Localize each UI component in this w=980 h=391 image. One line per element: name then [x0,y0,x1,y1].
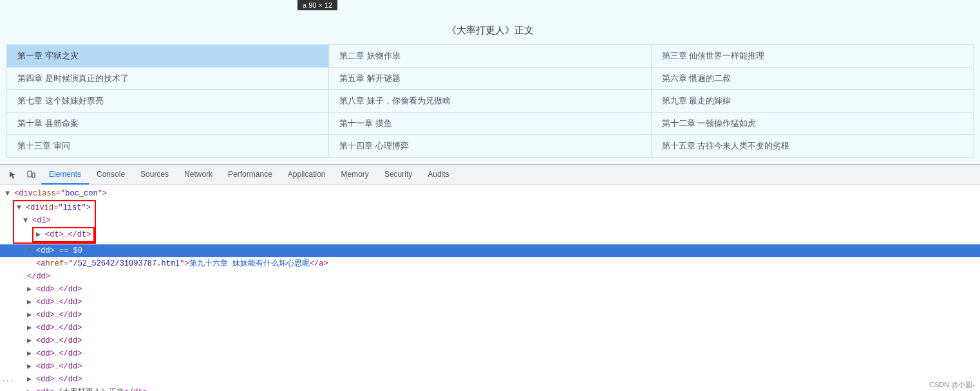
chapter-cell-14[interactable]: 第十四章 心理博弈 [329,135,651,158]
dom-line-div-list[interactable]: ▼ <div id="list"> [14,201,95,214]
tab-security[interactable]: Security [377,165,420,185]
triangle-icon[interactable]: ▼ [27,245,36,257]
dom-line[interactable]: ▼ <div class="boc_con"> [0,187,980,200]
chapter-cell-4[interactable]: 第四章 是时候演真正的技术了 [7,68,329,90]
triangle-icon[interactable]: ▶ [36,229,45,241]
dom-line-dd-c4[interactable]: ▶ <dd>…</dd> [0,322,980,334]
tooltip-text: a 90 × 12 [303,1,332,9]
devtools-tabs-bar: Elements Console Sources Network Perform… [0,165,980,185]
tab-memory[interactable]: Memory [334,165,377,185]
chapter-cell-10[interactable]: 第十章 县箭命案 [7,113,329,135]
devtools-panel: Elements Console Sources Network Perform… [0,164,980,391]
triangle-icon[interactable]: ▼ [17,202,26,214]
triangle-icon[interactable]: ▶ [27,322,36,334]
dom-panel[interactable]: ▼ <div class="boc_con"> ▼ <div id="list"… [0,185,980,391]
cursor-icon[interactable] [5,167,21,183]
chapter-cell-7[interactable]: 第七章 这个妹妹好票亮 [7,90,329,113]
highlight-box-list: ▼ <div id="list"> ▼ <dl> ▶ <dt>…</dt> [13,200,96,244]
dom-line-dd-c8[interactable]: ▶ <dd>…</dd> [0,373,980,386]
triangle-icon[interactable]: ▶ [27,296,36,308]
chapter-cell-15[interactable]: 第十五章 古往今来人类不变的劣根 [652,135,974,158]
dom-line-dd-c2[interactable]: ▶ <dd>…</dd> [0,296,980,309]
chapter-cell-13[interactable]: 第十三章 审问 [7,135,329,158]
dom-line-dd-c5[interactable]: ▶ <dd>…</dd> [0,334,980,347]
tab-elements[interactable]: Elements [41,165,89,185]
dom-line-dt-title[interactable]: ▶ <dt>《大率打更人》正文</dt> [0,386,980,391]
tab-sources[interactable]: Sources [133,165,176,185]
dom-line-a-96[interactable]: <a href="/52_52642/31093787.html">第九十六章 … [0,257,980,270]
tab-application[interactable]: Application [280,165,334,185]
highlight-box-dt: ▶ <dt>…</dt> [32,227,95,242]
chapter-cell-8[interactable]: 第八章 妹子，你偷看为兄做啥 [329,90,651,113]
triangle-icon[interactable]: ▶ [27,374,36,385]
chapter-cell-3[interactable]: 第三章 仙侠世界一样能推理 [652,45,974,68]
svg-rect-0 [28,171,32,177]
triangle-icon[interactable]: ▶ [27,309,36,321]
side-ellipsis: ... [1,375,14,383]
tab-console[interactable]: Console [89,165,133,185]
dom-line-dd-c7[interactable]: ▶ <dd>…</dd> [0,360,980,373]
svg-rect-1 [32,173,35,177]
triangle-icon[interactable]: ▼ [23,215,32,226]
dom-line-dd-close-1[interactable]: </dd> [0,270,980,283]
device-icon[interactable] [23,167,39,183]
element-tooltip: a 90 × 12 [297,0,337,10]
footer-label: CSDN @小圆- [929,380,975,390]
triangle-icon[interactable]: ▶ [27,335,36,347]
tab-audits[interactable]: Audits [420,165,457,185]
triangle-icon[interactable]: ▶ [27,386,36,391]
chapter-grid: 第一章 牢狱之灾 第二章 妖物作祟 第三章 仙侠世界一样能推理 第四章 是时候演… [6,44,974,158]
triangle-icon[interactable]: ▶ [27,284,36,295]
triangle-icon[interactable]: ▼ [5,188,14,199]
chapter-cell-2[interactable]: 第二章 妖物作祟 [329,45,651,68]
tab-performance[interactable]: Performance [220,165,280,185]
chapter-cell-1[interactable]: 第一章 牢狱之灾 [7,45,329,68]
browser-content-area: 《大率打更人》正文 第一章 牢狱之灾 第二章 妖物作祟 第三章 仙侠世界一样能推… [0,0,980,164]
chapter-cell-11[interactable]: 第十一章 摸鱼 [329,113,651,135]
chapter-cell-12[interactable]: 第十二章 一顿操作猛如虎 [652,113,974,135]
dom-line-dd-c3[interactable]: ▶ <dd>…</dd> [0,309,980,322]
dom-line-dd-c6[interactable]: ▶ <dd>…</dd> [0,347,980,360]
chapter-cell-9[interactable]: 第九章 最走的婶婶 [652,90,974,113]
dom-line-dd-c1[interactable]: ▶ <dd>…</dd> [0,283,980,296]
devtools-content: ▼ <div class="boc_con"> ▼ <div id="list"… [0,185,980,391]
triangle-icon[interactable]: ▶ [27,348,36,359]
dom-line-dt-collapsed[interactable]: ▶ <dt>…</dt> [33,228,93,241]
tab-network[interactable]: Network [176,165,220,185]
content-title: 《大率打更人》正文 [6,19,974,44]
chapter-cell-5[interactable]: 第五章 解开谜题 [329,68,651,90]
dom-line-dl[interactable]: ▼ <dl> [14,214,95,227]
triangle-icon[interactable]: ▶ [27,361,36,372]
dom-line-dd-selected[interactable]: ▼ <dd> == $0 [0,244,980,257]
chapter-cell-6[interactable]: 第六章 惯遍的二叔 [652,68,974,90]
